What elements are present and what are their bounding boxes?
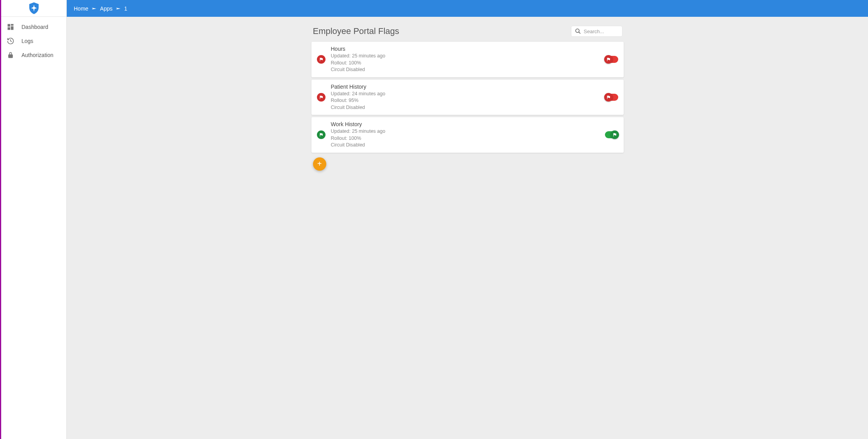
sidebar-nav: Dashboard Logs Authorization: [1, 17, 66, 62]
sidebar-item-logs[interactable]: Logs: [1, 34, 66, 48]
flag-status-icon: [317, 130, 326, 139]
search-icon: [575, 28, 582, 35]
shield-plane-icon: [27, 1, 41, 15]
svg-rect-2: [11, 26, 14, 30]
plane-icon: [116, 6, 121, 11]
flag-name: Patient History: [331, 84, 599, 90]
page-title: Employee Portal Flags: [313, 26, 399, 36]
flag-circuit: Circuit Disabled: [331, 66, 599, 73]
breadcrumb-id[interactable]: 1: [124, 5, 127, 12]
flag-circuit: Circuit Disabled: [331, 142, 599, 149]
flag-name: Hours: [331, 46, 599, 52]
flag-card-body: Patient HistoryUpdated: 24 minutes agoRo…: [331, 84, 599, 111]
content: Employee Portal Flags HoursUpdated: 25 m…: [67, 17, 868, 439]
svg-line-5: [578, 32, 580, 34]
flag-card[interactable]: Work HistoryUpdated: 25 minutes agoRollo…: [311, 117, 624, 153]
sidebar: Dashboard Logs Authorization: [1, 0, 67, 439]
flag-rollout: Rollout: 100%: [331, 60, 599, 67]
history-icon: [7, 37, 14, 45]
dashboard-icon: [7, 23, 14, 31]
flag-name: Work History: [331, 121, 599, 127]
flag-toggle-knob: [604, 55, 613, 64]
breadcrumb: Home Apps 1: [67, 0, 868, 17]
flag-rollout: Rollout: 95%: [331, 97, 599, 104]
add-flag-button[interactable]: +: [313, 157, 326, 171]
sidebar-item-dashboard[interactable]: Dashboard: [1, 20, 66, 34]
flag-card[interactable]: HoursUpdated: 25 minutes agoRollout: 100…: [311, 42, 624, 77]
svg-point-4: [576, 29, 579, 32]
flag-toggle[interactable]: [605, 56, 618, 63]
svg-rect-0: [8, 24, 11, 27]
svg-rect-3: [8, 27, 11, 30]
sidebar-item-authorization[interactable]: Authorization: [1, 48, 66, 62]
panel-header: Employee Portal Flags: [311, 26, 624, 36]
logo: [1, 0, 66, 17]
breadcrumb-apps[interactable]: Apps: [100, 5, 112, 12]
lock-icon: [7, 51, 14, 59]
search-input[interactable]: [584, 29, 619, 34]
sidebar-item-label: Authorization: [21, 52, 53, 58]
flag-status-icon: [317, 55, 326, 64]
flag-updated: Updated: 25 minutes ago: [331, 53, 599, 60]
flags-panel: Employee Portal Flags HoursUpdated: 25 m…: [311, 26, 624, 171]
flag-updated: Updated: 25 minutes ago: [331, 128, 599, 135]
flag-card-body: Work HistoryUpdated: 25 minutes agoRollo…: [331, 121, 599, 149]
flag-toggle-knob: [610, 130, 619, 139]
flag-status-icon: [317, 93, 326, 102]
flag-rollout: Rollout: 100%: [331, 135, 599, 142]
flag-toggle[interactable]: [605, 131, 618, 138]
sidebar-item-label: Logs: [21, 38, 33, 44]
flag-toggle[interactable]: [605, 94, 618, 101]
flag-list: HoursUpdated: 25 minutes agoRollout: 100…: [311, 42, 624, 153]
flag-card-body: HoursUpdated: 25 minutes agoRollout: 100…: [331, 46, 599, 73]
svg-rect-1: [11, 24, 14, 26]
search-box[interactable]: [571, 26, 622, 36]
flag-updated: Updated: 24 minutes ago: [331, 91, 599, 98]
main: Home Apps 1 Employee Portal Flags: [67, 0, 868, 439]
flag-toggle-knob: [604, 93, 613, 102]
breadcrumb-home[interactable]: Home: [74, 5, 88, 12]
plane-icon: [91, 6, 97, 11]
flag-circuit: Circuit Disabled: [331, 104, 599, 111]
sidebar-item-label: Dashboard: [21, 24, 48, 30]
flag-card[interactable]: Patient HistoryUpdated: 24 minutes agoRo…: [311, 80, 624, 115]
plus-icon: +: [317, 159, 322, 168]
